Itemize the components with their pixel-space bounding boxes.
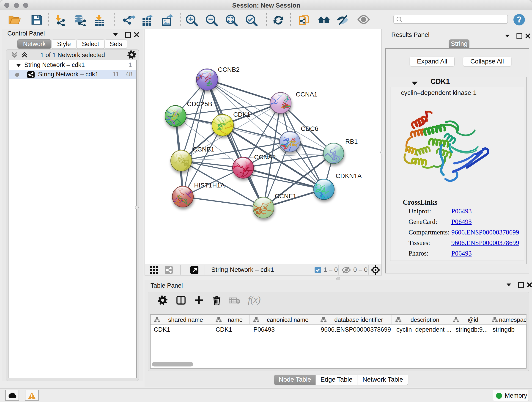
svg-text:?: ? [517,15,522,24]
svg-text:CDK1: CDK1 [233,111,250,118]
svg-text:RB1: RB1 [345,138,358,145]
svg-text:CCNA1: CCNA1 [296,91,317,98]
svg-text:HIST1H1A: HIST1H1A [194,182,225,189]
svg-text:CCNB2: CCNB2 [218,66,240,73]
svg-text:CCNE1: CCNE1 [275,192,297,200]
svg-text:CDKN1A: CDKN1A [336,172,362,179]
svg-text:CCNA2: CCNA2 [254,153,276,161]
svg-text:CDC6: CDC6 [301,125,318,132]
svg-text:CCNB1: CCNB1 [193,146,215,153]
svg-text:CDC25B: CDC25B [187,100,212,108]
